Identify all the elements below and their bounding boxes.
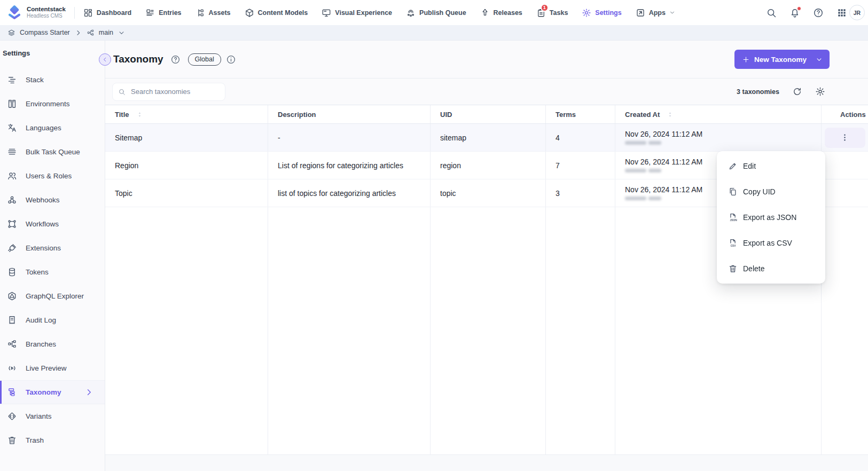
column-header-created-at[interactable]: Created At — [615, 105, 822, 123]
sidebar-item-label: Environments — [26, 100, 70, 108]
column-header-label: Title — [115, 111, 129, 119]
breadcrumb-stack[interactable]: Compass Starter — [20, 29, 70, 36]
taxonomy-count: 3 taxonomies — [737, 88, 779, 96]
cell-uid: sitemap — [431, 124, 546, 151]
search-icon[interactable] — [766, 7, 777, 18]
sidebar-item-audit-log[interactable]: Audit Log — [0, 308, 105, 332]
table-bottom-strip — [105, 454, 868, 471]
row-actions-kebab-button[interactable] — [825, 128, 865, 148]
sidebar-item-extensions[interactable]: Extensions — [0, 236, 105, 260]
cell-description: List of regions for categorizing article… — [268, 152, 431, 179]
menu-item-export-as-csv[interactable]: CSVExport as CSV — [717, 230, 825, 256]
chevron-down-icon[interactable] — [815, 56, 823, 64]
nav-item-assets[interactable]: Assets — [196, 8, 231, 18]
environments-icon — [7, 99, 17, 109]
sidebar-item-label: Live Preview — [26, 364, 67, 372]
antenna-icon — [406, 8, 416, 18]
chevron-right-icon — [84, 387, 94, 397]
sidebar-item-live-preview[interactable]: Live Preview — [0, 356, 105, 380]
breadcrumb-branch[interactable]: main — [99, 29, 113, 36]
nav-item-tasks[interactable]: Tasks1 — [536, 8, 568, 18]
menu-item-label: Export as CSV — [743, 239, 792, 247]
sidebar-item-webhooks[interactable]: Webhooks — [0, 188, 105, 212]
sidebar-item-trash[interactable]: Trash — [0, 428, 105, 452]
users-icon — [7, 171, 17, 181]
sidebar-item-label: Workflows — [26, 220, 59, 228]
cell-actions — [822, 152, 868, 179]
sidebar-item-languages[interactable]: Languages — [0, 116, 105, 140]
chevron-down-icon — [669, 9, 676, 16]
top-navigation: Contentstack Headless CMS DashboardEntri… — [0, 0, 868, 25]
languages-icon — [7, 123, 17, 133]
sort-icon[interactable] — [137, 111, 143, 118]
cell-uid: region — [431, 152, 546, 179]
bulk-icon — [7, 147, 17, 157]
created-by-redacted — [625, 141, 661, 145]
sort-icon[interactable] — [667, 111, 673, 118]
nav-item-content-models[interactable]: Content Models — [245, 8, 308, 18]
pencil-icon — [728, 161, 738, 171]
sidebar-item-variants[interactable]: Variants — [0, 404, 105, 428]
sidebar-item-bulk-task-queue[interactable]: Bulk Task Queue — [0, 140, 105, 164]
menu-item-copy-uid[interactable]: Copy UID — [717, 179, 825, 205]
help-icon[interactable] — [170, 54, 181, 65]
table-settings-gear-icon[interactable] — [815, 87, 825, 97]
table-row-sitemap[interactable]: Sitemap-sitemap4Nov 26, 2024 11:12 AM — [105, 124, 868, 152]
sidebar-item-graphql-explorer[interactable]: GraphQL Explorer — [0, 284, 105, 308]
svg-text:CSV: CSV — [731, 245, 737, 247]
contentstack-logo[interactable]: Contentstack Headless CMS — [6, 5, 66, 21]
column-header-label: Terms — [556, 111, 576, 119]
sidebar-item-label: Trash — [26, 436, 44, 444]
file-json-icon: JSON — [728, 213, 738, 222]
search-input[interactable] — [130, 87, 220, 96]
menu-item-export-as-json[interactable]: JSONExport as JSON — [717, 205, 825, 230]
row-actions-menu: EditCopy UIDJSONExport as JSONCSVExport … — [717, 151, 825, 284]
created-by-redacted — [625, 197, 661, 200]
nav-item-label: Settings — [595, 9, 621, 17]
sidebar-item-taxonomy[interactable]: Taxonomy — [0, 380, 105, 404]
help-icon[interactable] — [813, 7, 824, 18]
page-header: Taxonomy Global New Taxonomy — [105, 41, 868, 78]
empty-column — [268, 207, 431, 454]
sidebar-title: Settings — [0, 49, 105, 57]
monitor-icon — [322, 8, 331, 18]
refresh-icon[interactable] — [792, 87, 802, 97]
avatar[interactable]: JR — [849, 5, 865, 20]
nav-item-label: Publish Queue — [419, 9, 466, 17]
sidebar-item-workflows[interactable]: Workflows — [0, 212, 105, 236]
grid9-icon[interactable] — [836, 7, 847, 18]
entries-icon — [145, 8, 155, 18]
sidebar-item-branches[interactable]: Branches — [0, 332, 105, 356]
sidebar-item-users-roles[interactable]: Users & Roles — [0, 164, 105, 188]
column-header-label: Description — [278, 111, 316, 119]
chevron-down-icon[interactable] — [118, 29, 126, 37]
info-icon[interactable] — [226, 54, 236, 65]
nav-item-settings[interactable]: Settings — [582, 8, 621, 18]
column-header-terms: Terms — [546, 105, 615, 123]
cube-icon — [245, 8, 254, 18]
nav-item-releases[interactable]: Releases — [480, 8, 522, 18]
sidebar-item-tokens[interactable]: Tokens — [0, 260, 105, 284]
cell-uid: topic — [431, 179, 546, 207]
bell-icon[interactable] — [789, 7, 800, 18]
nav-item-dashboard[interactable]: Dashboard — [83, 8, 131, 18]
nav-item-label: Entries — [159, 9, 181, 17]
nav-item-label: Releases — [494, 9, 522, 17]
nav-item-publish-queue[interactable]: Publish Queue — [406, 8, 466, 18]
brand-subtitle: Headless CMS — [27, 13, 66, 19]
back-button[interactable] — [99, 53, 111, 66]
menu-item-delete[interactable]: Delete — [717, 256, 825, 281]
column-header-actions: Actions — [822, 105, 868, 123]
new-taxonomy-button[interactable]: New Taxonomy — [734, 50, 830, 69]
cell-title: Topic — [105, 179, 268, 207]
nav-item-entries[interactable]: Entries — [145, 8, 181, 18]
table-header-row: TitleDescriptionUIDTermsCreated AtAction… — [105, 105, 868, 124]
sidebar-item-stack[interactable]: Stack — [0, 68, 105, 92]
sidebar-item-label: Users & Roles — [26, 172, 72, 180]
menu-item-edit[interactable]: Edit — [717, 153, 825, 179]
column-header-title[interactable]: Title — [105, 105, 268, 123]
nav-item-apps[interactable]: Apps — [636, 8, 676, 18]
nav-item-visual-experience[interactable]: Visual Experience — [322, 8, 392, 18]
created-date: Nov 26, 2024 11:12 AM — [625, 158, 702, 166]
sidebar-item-environments[interactable]: Environments — [0, 92, 105, 116]
